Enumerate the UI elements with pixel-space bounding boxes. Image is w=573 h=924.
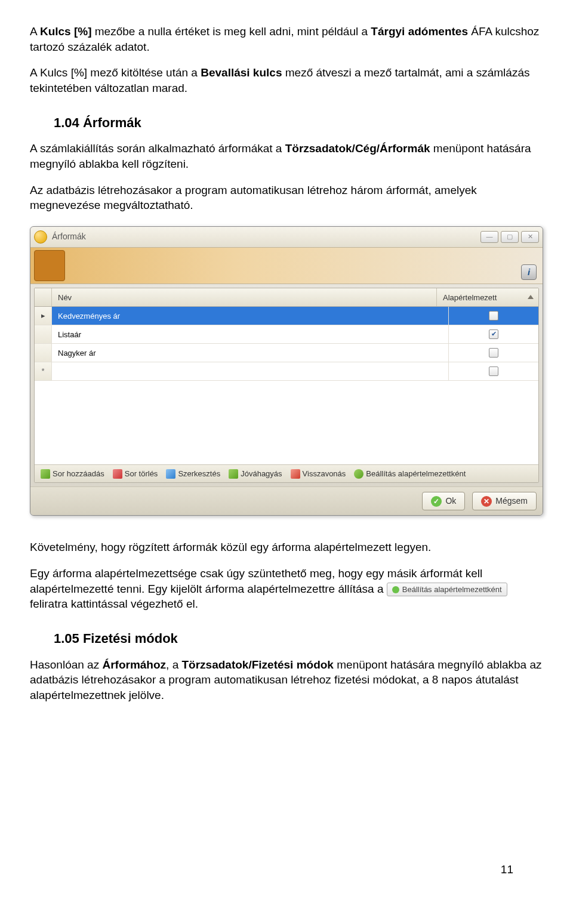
cell-name[interactable]: Kedvezményes ár bbox=[52, 307, 449, 325]
checkbox[interactable] bbox=[489, 348, 498, 358]
pencil-icon bbox=[166, 469, 175, 479]
heading-fizetesi: 1.05 Fizetési módok bbox=[54, 630, 543, 648]
arformak-window: Árformák — ▢ ✕ i Név Alapértelmezett ▸ K… bbox=[30, 226, 543, 516]
paragraph-7: Hasonlóan az Árformához, a Törzsadatok/F… bbox=[30, 657, 543, 703]
add-row-button[interactable]: Sor hozzáadás bbox=[41, 469, 104, 479]
paragraph-3: A számlakiállítás során alkalmazható árf… bbox=[30, 141, 543, 171]
table-row[interactable]: Listaár ✔ bbox=[35, 325, 538, 344]
banner: i bbox=[30, 247, 543, 284]
app-icon bbox=[34, 230, 47, 244]
new-row-icon: * bbox=[35, 362, 52, 380]
cancel-button[interactable]: ✕Mégsem bbox=[472, 492, 537, 510]
cross-icon: ✕ bbox=[481, 496, 492, 507]
paragraph-6: Egy árforma alapértelmezettsége csak úgy… bbox=[30, 566, 543, 612]
minimize-icon[interactable]: — bbox=[480, 231, 498, 243]
paragraph-1: A Kulcs [%] mezőbe a nulla értéket is me… bbox=[30, 24, 543, 54]
col-name[interactable]: Név bbox=[52, 288, 437, 306]
cell-name[interactable] bbox=[52, 362, 449, 380]
grid-toolbar: Sor hozzáadás Sor törlés Szerkesztés Jóv… bbox=[35, 464, 538, 483]
check-icon: ✓ bbox=[431, 496, 442, 507]
edit-button[interactable]: Szerkesztés bbox=[166, 469, 220, 479]
window-title: Árformák bbox=[52, 231, 86, 242]
plus-icon bbox=[41, 469, 50, 479]
ok-button[interactable]: ✓Ok bbox=[422, 492, 465, 510]
checkbox[interactable] bbox=[489, 366, 498, 376]
row-indicator-icon bbox=[35, 344, 52, 362]
heading-arformak: 1.04 Árformák bbox=[54, 114, 543, 132]
minus-icon bbox=[113, 469, 122, 479]
check-icon bbox=[229, 469, 238, 479]
delete-row-button[interactable]: Sor törlés bbox=[113, 469, 158, 479]
titlebar[interactable]: Árformák — ▢ ✕ bbox=[30, 227, 543, 247]
info-icon[interactable]: i bbox=[521, 264, 537, 280]
close-icon[interactable]: ✕ bbox=[521, 231, 539, 243]
row-indicator-icon: ▸ bbox=[35, 307, 52, 325]
sort-icon bbox=[528, 295, 534, 299]
checkbox[interactable]: ✔ bbox=[489, 329, 498, 339]
undo-icon bbox=[291, 469, 300, 479]
table-row[interactable]: Nagyker ár bbox=[35, 344, 538, 362]
undo-button[interactable]: Visszavonás bbox=[291, 469, 346, 479]
grid-header: Név Alapértelmezett bbox=[35, 288, 538, 307]
checkbox[interactable] bbox=[489, 311, 498, 321]
table-row[interactable]: * bbox=[35, 362, 538, 381]
check-circle-icon bbox=[354, 469, 363, 479]
paragraph-5: Követelmény, hogy rögzített árformák köz… bbox=[30, 540, 543, 555]
grid: Név Alapértelmezett ▸ Kedvezményes ár Li… bbox=[34, 288, 539, 483]
paragraph-4: Az adatbázis létrehozásakor a program au… bbox=[30, 183, 543, 213]
cell-name[interactable]: Nagyker ár bbox=[52, 344, 449, 362]
row-indicator-icon bbox=[35, 325, 52, 343]
maximize-icon[interactable]: ▢ bbox=[501, 231, 519, 243]
table-row[interactable]: ▸ Kedvezményes ár bbox=[35, 307, 538, 325]
check-circle-icon bbox=[392, 586, 399, 593]
page-number: 11 bbox=[501, 862, 513, 877]
approve-button[interactable]: Jóváhagyás bbox=[229, 469, 282, 479]
inline-set-default-button: Beállítás alapértelmezettként bbox=[387, 583, 507, 597]
col-default[interactable]: Alapértelmezett bbox=[437, 288, 538, 306]
dialog-footer: ✓Ok ✕Mégsem bbox=[30, 486, 543, 515]
logo-icon bbox=[34, 250, 65, 281]
cell-name[interactable]: Listaár bbox=[52, 325, 449, 343]
set-default-button[interactable]: Beállítás alapértelmezettként bbox=[354, 469, 466, 479]
paragraph-2: A Kulcs [%] mező kitöltése után a Bevall… bbox=[30, 65, 543, 96]
